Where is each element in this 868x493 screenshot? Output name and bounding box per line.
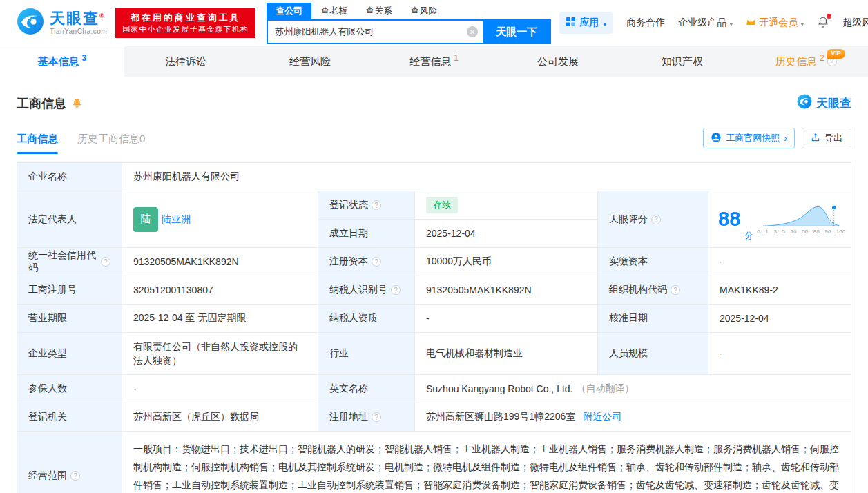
help-icon[interactable] <box>372 257 381 267</box>
logo-text-cn: 天眼查® <box>50 10 106 27</box>
approval-date-value: 2025-12-04 <box>708 304 852 332</box>
reg-authority-label: 登记机关 <box>17 403 122 431</box>
enterprise-products-link[interactable]: 企业级产品 <box>678 17 733 29</box>
search-tab-company[interactable]: 查公司 <box>267 3 311 19</box>
top-header: 天眼查® TianYanCha.com 都在用的商业查询工具 国家中小企业发展子… <box>0 0 868 46</box>
help-icon[interactable] <box>651 215 661 224</box>
open-vip-link[interactable]: 开通会员 <box>746 17 804 29</box>
logo-text-en: TianYanCha.com <box>50 28 107 35</box>
legal-rep-label: 法定代表人 <box>17 191 122 247</box>
table-row: 登记机关 苏州高新区（虎丘区）数据局 注册地址 苏州高新区狮山路199号1幢22… <box>17 403 851 432</box>
subtab-history-business-info[interactable]: 历史工商信息0 <box>77 133 145 154</box>
vip-badge: VIP <box>827 49 845 59</box>
tab-operating-risk[interactable]: 经营风险 <box>248 46 372 77</box>
person-circle-icon <box>711 132 722 145</box>
nearby-companies-link[interactable]: 附近公司 <box>583 411 621 423</box>
notification-dot <box>827 14 831 19</box>
subscribe-bell-icon[interactable] <box>72 98 82 108</box>
business-term-value: 2025-12-04 至 无固定期限 <box>122 304 318 332</box>
legal-rep-avatar[interactable]: 陆 <box>133 207 158 232</box>
reg-authority-value: 苏州高新区（虎丘区）数据局 <box>122 403 318 431</box>
subtabs-row: 工商信息 历史工商信息0 工商官网快照 导出 <box>17 128 851 154</box>
table-row: 营业期限 2025-12-04 至 无固定期限 纳税人资质 - 核准日期 202… <box>17 304 851 333</box>
staff-size-value: - <box>708 333 852 374</box>
help-icon[interactable] <box>391 285 401 295</box>
reg-number-label: 工商注册号 <box>17 276 122 304</box>
tianyancha-logo-icon <box>797 94 812 113</box>
tab-legal-proceedings[interactable]: 法律诉讼 <box>124 46 249 77</box>
tab-count: 1 <box>454 53 459 63</box>
score-cell: 88 分 013510508090100 <box>708 191 852 247</box>
address-value: 苏州高新区狮山路199号1幢2206室 附近公司 <box>415 403 851 431</box>
table-row: 企业类型 有限责任公司（非自然人投资或控股的法人独资） 行业 电气机械和器材制造… <box>17 333 851 375</box>
credit-code-label: 统一社会信用代码 <box>17 248 122 276</box>
search-tab-risk[interactable]: 查风险 <box>401 3 446 19</box>
business-cooperation-link[interactable]: 商务合作 <box>626 17 665 29</box>
slogan-line2: 国家中小企业发展子基金旗下机构 <box>122 24 249 35</box>
reg-capital-label: 注册资本 <box>318 248 415 276</box>
status-badge: 存续 <box>426 197 458 213</box>
super-risk-link[interactable]: 超级风... <box>842 17 868 29</box>
reg-status-label: 登记状态 <box>318 191 415 219</box>
apps-menu-button[interactable]: 应用 <box>559 12 613 34</box>
tab-intellectual-property[interactable]: 知识产权 <box>620 46 744 77</box>
main-content: 工商信息 天眼查 工商信息 历史工商信息0 <box>0 94 868 493</box>
business-scope-value: 一般项目：货物进出口；技术进出口；智能机器人的研发；智能机器人销售；工业机器人制… <box>122 432 851 493</box>
table-row: 参保人数 - 英文名称 Suzhou Kangyang Robot Co., L… <box>17 375 851 403</box>
export-icon <box>811 133 820 144</box>
company-name-value: 苏州康阳机器人有限公司 <box>122 163 851 191</box>
tianyancha-logo-icon <box>17 8 44 38</box>
search-button[interactable]: 天眼一下 <box>483 19 550 44</box>
export-button[interactable]: 导出 <box>802 128 851 148</box>
paid-capital-label: 实缴资本 <box>598 248 708 276</box>
notification-bell-icon[interactable] <box>817 16 829 30</box>
chevron-down-icon <box>603 17 606 28</box>
apps-label: 应用 <box>579 17 599 29</box>
help-icon[interactable] <box>70 471 80 481</box>
tianyancha-logo[interactable]: 天眼查® TianYanCha.com <box>17 8 107 38</box>
brand-slogan: 都在用的商业查询工具 国家中小企业发展子基金旗下机构 <box>115 8 255 39</box>
english-name-label: 英文名称 <box>318 375 415 403</box>
official-snapshot-button[interactable]: 工商官网快照 <box>703 128 795 148</box>
crown-icon <box>746 17 756 28</box>
company-name-label: 企业名称 <box>17 163 122 191</box>
search-input[interactable] <box>268 27 467 37</box>
legal-rep-link[interactable]: 陆亚洲 <box>162 213 191 226</box>
help-icon[interactable] <box>372 412 381 422</box>
score-unit: 分 <box>744 230 753 242</box>
search-tab-boss[interactable]: 查老板 <box>311 3 356 19</box>
company-type-label: 企业类型 <box>17 333 122 374</box>
org-code-label: 组织机构代码 <box>598 276 708 304</box>
approval-date-label: 核准日期 <box>598 304 708 332</box>
tab-company-development[interactable]: 公司发展 <box>496 46 620 77</box>
tab-operating-info[interactable]: 经营信息 1 <box>372 46 496 77</box>
score-value: 88 <box>718 209 740 229</box>
tab-count: 3 <box>81 53 86 63</box>
industry-value: 电气机械和器材制造业 <box>415 333 598 374</box>
section-title: 工商信息 <box>17 95 66 112</box>
subtab-business-info[interactable]: 工商信息 <box>17 133 58 154</box>
search-tab-relation[interactable]: 查关系 <box>356 3 401 19</box>
chevron-down-icon <box>729 17 733 28</box>
help-icon[interactable] <box>372 200 381 210</box>
score-label: 天眼评分 <box>598 191 708 247</box>
help-icon[interactable] <box>101 257 110 267</box>
help-icon[interactable] <box>671 285 680 295</box>
chevron-right-icon <box>784 133 787 144</box>
business-scope-label: 经营范围 <box>17 432 122 493</box>
tab-history-info[interactable]: VIP 历史信息 2 <box>744 46 868 77</box>
org-code-value: MAK1KK89-2 <box>708 276 852 304</box>
clear-search-icon[interactable] <box>467 26 478 37</box>
reg-status-value: 存续 <box>415 191 598 219</box>
search-box: 天眼一下 <box>267 19 551 44</box>
slogan-line1: 都在用的商业查询工具 <box>122 11 249 25</box>
tab-basic-info[interactable]: 基本信息 3 <box>0 46 124 77</box>
search-tabs: 查公司 查老板 查关系 查风险 <box>267 3 551 19</box>
company-section-tabs: 基本信息 3 法律诉讼 经营风险 经营信息 1 公司发展 知识产权 VIP 历史… <box>0 46 868 77</box>
english-name-value: Suzhou Kangyang Robot Co., Ltd. （自动翻译） <box>415 375 851 403</box>
table-row: 经营范围 一般项目：货物进出口；技术进出口；智能机器人的研发；智能机器人销售；工… <box>17 432 851 493</box>
business-info-table: 企业名称 苏州康阳机器人有限公司 法定代表人 陆 陆亚洲 登记状态 存续 成立日… <box>17 162 851 493</box>
paid-capital-value: - <box>708 248 852 276</box>
taxpayer-id-label: 纳税人识别号 <box>318 276 415 304</box>
reg-number-value: 320512001130807 <box>122 276 318 304</box>
